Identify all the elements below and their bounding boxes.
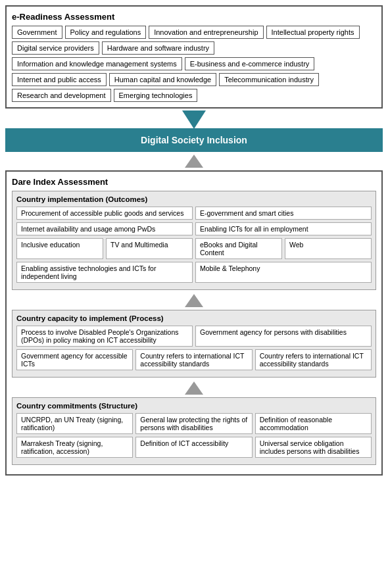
tag-mobile: Mobile & Telephony <box>195 262 372 283</box>
tag-dpo-process: Process to involve Disabled People's Org… <box>16 326 193 347</box>
tag-uncrpd: UNCRPD, an UN Treaty (signing, ratificat… <box>16 413 133 434</box>
outcomes-section: Country implementation (Outcomes) Procur… <box>12 191 376 290</box>
dsi-title: Digital Society Inclusion <box>141 135 247 145</box>
outcomes-row-2: Internet availability and usage among Pw… <box>16 222 372 235</box>
tag-tv-multimedia: TV and Multimedia <box>106 238 193 259</box>
outcomes-row-3: Inclusive education TV and Multimedia eB… <box>16 238 372 259</box>
arrow-up-outcomes-process <box>12 294 376 307</box>
tag-emerging: Emerging technologies <box>114 89 198 102</box>
tag-web: Web <box>285 238 372 259</box>
arrow-up-icon <box>185 155 203 168</box>
process-title: Country capacity to implement (Process) <box>16 314 372 322</box>
tag-general-law: General law protecting the rights of per… <box>135 413 252 434</box>
tag-assistive: Enabling assistive technologies and ICTs… <box>16 262 193 283</box>
tag-policy: Policy and regulations <box>65 26 147 39</box>
tag-internet-pwds: Internet availability and usage among Pw… <box>16 222 193 235</box>
structure-row-2: Marrakesh Treaty (signing, ratification,… <box>16 437 372 458</box>
tag-reasonable-accomm: Definition of reasonable accommodation <box>255 413 372 434</box>
tag-innovation: Innovation and entrepreneurship <box>149 26 263 39</box>
tag-human-capital: Human capital and knowledge <box>109 73 216 86</box>
tag-ebooks: eBooks and Digital Content <box>195 238 282 259</box>
tag-international-ict-2: Country refers to international ICT acce… <box>255 349 372 370</box>
tag-rnd: Research and development <box>12 89 111 102</box>
arrow-up-icon-3 <box>185 381 203 395</box>
dare-title: Dare Index Assessment <box>12 177 376 187</box>
tag-gov-agency-pwd: Government agency for persons with disab… <box>195 326 372 347</box>
process-row-2: Government agency for accessible ICTs Co… <box>16 349 372 370</box>
tag-government: Government <box>12 26 62 39</box>
tag-marrakesh: Marrakesh Treaty (signing, ratification,… <box>16 437 133 458</box>
arrow-down-icon <box>182 110 206 129</box>
tag-enabling-icts: Enabling ICTs for all in employment <box>195 222 372 235</box>
tag-internet: Internet and public access <box>12 73 107 86</box>
tag-ip-rights: Intellectual property rights <box>266 26 360 39</box>
tag-universal-service: Universal service obligation includes pe… <box>255 437 372 458</box>
dare-box: Dare Index Assessment Country implementa… <box>5 170 383 476</box>
arrow-up-wrapper <box>5 155 383 168</box>
arrow-down-wrapper <box>5 109 383 128</box>
ereadiness-box: e-Readiness Assessment Government Policy… <box>5 5 383 109</box>
arrow-up-icon-2 <box>185 294 203 307</box>
tag-procurement: Procurement of accessible public goods a… <box>16 207 193 220</box>
tag-ebusiness: E-business and e-commerce industry <box>185 57 315 70</box>
process-section: Country capacity to implement (Process) … <box>12 310 376 378</box>
outcomes-row-4: Enabling assistive technologies and ICTs… <box>16 262 372 283</box>
process-row-1: Process to involve Disabled People's Org… <box>16 326 372 347</box>
tag-digital-service: Digital service providers <box>12 41 99 55</box>
tag-international-ict-1: Country refers to international ICT acce… <box>135 349 252 370</box>
ereadiness-tag-grid: Government Policy and regulations Innova… <box>12 26 376 102</box>
arrow-up-process-structure <box>12 381 376 395</box>
outcomes-title: Country implementation (Outcomes) <box>16 195 372 203</box>
tag-egovernment: E-government and smart cities <box>195 207 372 220</box>
tag-hardware: Hardware and software industry <box>102 41 214 55</box>
structure-title: Country commitments (Structure) <box>16 402 372 410</box>
outcomes-row-1: Procurement of accessible public goods a… <box>16 207 372 220</box>
tag-info-knowledge: Information and knowledge management sys… <box>12 57 182 70</box>
tag-gov-accessible-icts: Government agency for accessible ICTs <box>16 349 133 370</box>
ereadiness-title: e-Readiness Assessment <box>12 12 376 22</box>
tag-ict-accessibility-def: Definition of ICT accessibility <box>135 437 252 458</box>
structure-row-1: UNCRPD, an UN Treaty (signing, ratificat… <box>16 413 372 434</box>
structure-section: Country commitments (Structure) UNCRPD, … <box>12 397 376 465</box>
tag-telecom: Telecommunication industry <box>219 73 319 86</box>
dsi-box: Digital Society Inclusion <box>5 128 383 152</box>
tag-inclusive-ed: Inclusive education <box>16 238 103 259</box>
